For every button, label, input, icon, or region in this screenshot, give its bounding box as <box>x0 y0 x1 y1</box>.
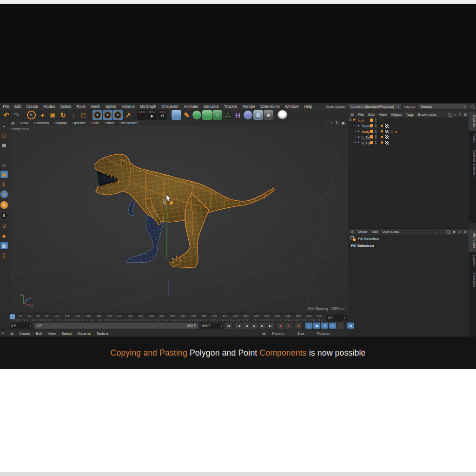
stepper-icon[interactable] <box>221 324 222 328</box>
keyframe-record-button[interactable]: ◎ <box>295 323 302 329</box>
attribute-manager-menu-item[interactable]: Mode <box>358 230 367 234</box>
dock-tab[interactable]: Attributes <box>469 230 476 252</box>
viewport-canvas[interactable]: y x z <box>8 126 348 313</box>
object-row[interactable]: ⊟ ▲ Body △ ▲ <box>348 129 469 134</box>
object-row[interactable]: ⊟ ◤ Null △ ▲ <box>348 118 469 123</box>
key-pla-toggle[interactable]: ∷ <box>337 323 344 329</box>
toolbar-icon[interactable] <box>168 110 171 120</box>
toolbar-icon[interactable] <box>22 110 25 120</box>
rotate-view-icon[interactable]: ↻ <box>336 121 339 125</box>
menu-item[interactable]: Edit <box>14 104 21 109</box>
layer-color-chip[interactable] <box>370 130 373 133</box>
selection-tag-icon[interactable] <box>381 141 383 144</box>
panel-burger-icon[interactable]: ☰ <box>350 112 354 117</box>
dock-tab[interactable]: Layers <box>469 252 476 269</box>
menu-item[interactable]: Tracker <box>224 104 238 109</box>
menu-item[interactable]: Animate <box>184 104 198 109</box>
add-mograph-icon[interactable]: ∴ <box>223 110 232 120</box>
lock-icon[interactable]: ◉ <box>452 230 456 234</box>
selection-filter-icon[interactable]: ▤ <box>79 110 88 120</box>
menu-item[interactable]: Window <box>285 104 299 109</box>
polygons-mode-icon[interactable]: ◼ <box>0 171 8 178</box>
coordinate-system-icon[interactable]: ↗ <box>123 110 133 120</box>
record-button[interactable]: ● <box>277 323 284 329</box>
viewport-menu-item[interactable]: Cameras <box>34 121 49 125</box>
menu-item[interactable]: Mesh <box>91 104 100 109</box>
target-icon[interactable]: ◎ <box>458 230 461 234</box>
menu-item[interactable]: Help <box>304 104 312 109</box>
texture-mode-icon[interactable]: ▩ <box>0 141 8 149</box>
axis-mode-icon[interactable]: L <box>0 180 8 188</box>
visibility-dots-icon[interactable] <box>375 141 377 142</box>
toolbar-icon[interactable] <box>89 110 92 120</box>
object-name[interactable]: Null <box>358 119 364 123</box>
node-space-select[interactable]: Current (Standard/Physical)▾ <box>349 104 402 109</box>
layout-select[interactable]: Startup▾ <box>418 104 468 109</box>
lock-y-axis-icon[interactable]: Y <box>103 110 112 120</box>
magnet-tool-icon[interactable]: U <box>0 222 8 230</box>
object-manager-menu-item[interactable]: Bookmarks <box>418 112 436 117</box>
object-type-icon[interactable]: ▲ <box>357 129 360 132</box>
rotate-tool-icon[interactable]: ↻ <box>58 110 68 120</box>
add-field-icon[interactable] <box>244 111 252 119</box>
menu-item[interactable]: Render <box>242 104 255 109</box>
material-burger-icon[interactable]: ☰ <box>10 331 13 336</box>
viewport-menu-item[interactable]: Display <box>54 121 66 125</box>
object-manager-menu-item[interactable]: Object <box>391 112 402 117</box>
add-subdivision-icon[interactable] <box>192 111 201 119</box>
add-rig-icon[interactable]: H <box>233 110 243 120</box>
visibility-dots-icon[interactable] <box>375 119 377 120</box>
material-menu-item[interactable]: Material <box>77 331 90 336</box>
add-spline-icon[interactable]: ✎ <box>182 110 192 120</box>
start-frame-field[interactable]: 0 F <box>10 323 32 329</box>
isoline-toggle-icon[interactable]: () <box>0 251 8 259</box>
move-tool-icon[interactable]: + <box>38 110 47 120</box>
tool-history-icon[interactable]: ⋮ <box>68 110 78 120</box>
add-light-icon[interactable] <box>278 110 287 120</box>
undo-icon[interactable]: ↶ <box>1 110 11 120</box>
lock-x-axis-icon[interactable]: X <box>93 110 102 120</box>
menu-item[interactable]: Spline <box>106 104 117 109</box>
mesh-check-icon[interactable]: ◆ <box>0 232 8 239</box>
add-floor-icon[interactable]: ▦ <box>253 110 263 120</box>
layer-color-chip[interactable] <box>370 119 373 122</box>
lock-z-axis-icon[interactable]: Z <box>113 110 123 120</box>
viewport-menu-item[interactable]: ProRender <box>119 121 138 125</box>
selection-tag-icon[interactable] <box>381 130 383 132</box>
toolbar-icon[interactable] <box>133 110 137 120</box>
scale-tool-icon[interactable]: ▣ <box>48 110 58 120</box>
goto-end-button[interactable]: ▶| <box>267 323 274 329</box>
uv-tag-icon[interactable] <box>384 135 389 139</box>
snap-2d-icon[interactable]: S <box>0 212 8 220</box>
prev-frame-button[interactable]: ◀ <box>243 323 250 329</box>
menu-item[interactable]: Tools <box>76 104 86 109</box>
coordinate-burger-icon[interactable]: ☰ <box>262 331 265 336</box>
layer-color-chip[interactable] <box>370 135 373 139</box>
key-rotation-toggle[interactable]: ↻ <box>321 323 328 329</box>
back-icon[interactable]: ← <box>434 230 438 234</box>
menu-item[interactable]: Simulate <box>204 104 219 109</box>
toolbar-icon[interactable] <box>274 110 277 120</box>
menu-item[interactable]: Volume <box>121 104 134 109</box>
next-frame-button[interactable]: ▶ <box>259 323 266 329</box>
menu-item[interactable]: MoGraph <box>140 104 156 109</box>
wireframe-toggle-icon[interactable]: ▦ <box>0 242 8 249</box>
menu-item[interactable]: File <box>3 104 9 109</box>
selection-tag-icon[interactable] <box>381 125 383 127</box>
dock-tab[interactable]: Takes <box>469 131 476 146</box>
viewport[interactable]: y x z Perspective Grid Spacing : 1000 cm <box>8 126 348 313</box>
stepper-icon[interactable] <box>30 324 31 328</box>
zoom-view-icon[interactable]: ↕ <box>331 121 333 125</box>
redo-icon[interactable]: ↷ <box>12 110 21 120</box>
current-frame-field[interactable]: 0 F <box>326 315 347 321</box>
search-icon[interactable] <box>448 113 451 117</box>
panel-burger-icon[interactable]: ☰ <box>350 230 354 234</box>
dock-tab[interactable]: Content Browser <box>469 146 476 180</box>
object-row[interactable]: ⊟ ▲ R_Eye △ ▲ <box>348 140 469 145</box>
object-manager-menu-item[interactable]: Edit <box>368 112 375 117</box>
object-row[interactable]: ⊟ ▲ L_Eye △ ▲ <box>348 134 469 140</box>
viewport-menu-item[interactable]: View <box>20 121 28 125</box>
menu-item[interactable]: Select <box>60 104 71 109</box>
search-icon[interactable] <box>470 105 474 108</box>
viewport-menu-item[interactable]: Options <box>72 121 85 125</box>
